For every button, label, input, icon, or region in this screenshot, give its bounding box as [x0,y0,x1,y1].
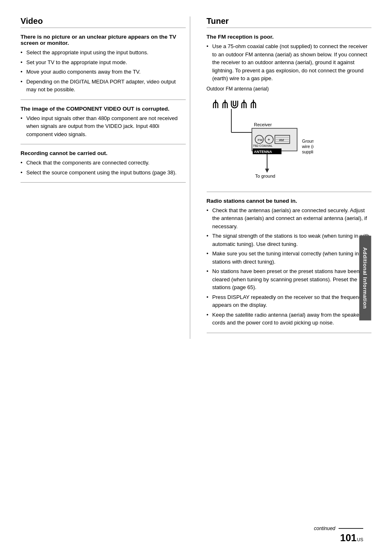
ground-wire-line1: Ground (earth) [302,139,314,144]
recording-heading: Recording cannot be carried out. [21,150,186,156]
ground-wire-line2: wire (not [302,144,314,149]
divider [21,144,186,144]
no-picture-list: Select the appropriate input using the i… [21,49,186,94]
list-item: Press DISPLAY repeatedly on the receiver… [207,293,372,309]
antenna-diagram-svg: ⋔⋔⋓⋔⋔ Receiver FM + [207,93,314,184]
page-number: 101 [340,532,357,544]
continued-line-decoration [339,528,363,529]
list-item: Keep the satellite radio antenna (aerial… [207,311,372,327]
no-picture-heading: There is no picture or an unclear pictur… [21,34,186,46]
video-title: Video [21,16,186,28]
no-picture-section: There is no picture or an unclear pictur… [21,34,186,94]
coaxial-label-text: 75Ω COAXIAL [253,144,273,148]
sidebar-tab-label: Additional Information [362,247,369,309]
to-ground-label: To ground [255,174,275,178]
recording-list: Check that the components are connected … [21,159,186,176]
component-video-heading: The image of the COMPONENT VIDEO OUT is … [21,106,186,112]
list-item: Use a 75-ohm coaxial cable (not supplied… [207,42,372,83]
list-item: Depending on the DIGITAL MEDIA PORT adap… [21,78,186,94]
continued-row: continued [314,526,363,531]
radio-stations-section: Radio stations cannot be tuned in. Check… [207,198,372,327]
receiver-label-text: Receiver [254,122,272,127]
component-video-section: The image of the COMPONENT VIDEO OUT is … [21,106,186,139]
antenna-symbol-text: ⋔⋔⋓⋔⋔ [211,98,258,111]
page: Video There is no picture or an unclear … [0,0,392,556]
page-number-suffix: US [357,537,363,542]
recording-section: Recording cannot be carried out. Check t… [21,150,186,176]
fm-label: FM [258,138,263,142]
divider [207,333,372,333]
list-item: The signal strength of the stations is t… [207,232,372,248]
tuner-title: Tuner [207,16,372,28]
fm-reception-heading: The FM reception is poor. [207,34,372,40]
left-column: Video There is no picture or an unclear … [21,16,190,339]
page-footer: continued 101US [314,526,363,544]
antenna-label-text: ANTENNA [254,150,272,154]
fm-reception-section: The FM reception is poor. Use a 75-ohm c… [207,34,372,185]
list-item: Check that the antennas (aerials) are co… [207,206,372,231]
component-video-list: Video input signals other than 480p comp… [21,114,186,139]
plus-label: + [267,137,270,142]
list-item: Set your TV to the appropriate input mod… [21,58,186,67]
list-item: No stations have been preset or the pres… [207,267,372,292]
sidebar-tab: Additional Information [360,236,371,320]
divider [207,192,372,192]
arrow-down [265,169,269,173]
list-item: Move your audio components away from the… [21,68,186,76]
fm-reception-list: Use a 75-ohm coaxial cable (not supplied… [207,42,372,83]
divider [21,182,186,183]
page-number-row: 101US [340,532,363,544]
right-column: Tuner The FM reception is poor. Use a 75… [203,16,372,339]
am-label: AM [279,138,284,142]
antenna-diagram-label: Outdoor FM antenna (aerial) [207,86,372,92]
list-item: Check that the components are connected … [21,159,186,167]
continued-text: continued [314,526,335,531]
divider [21,100,186,100]
antenna-diagram-wrap: Outdoor FM antenna (aerial) ⋔⋔⋓⋔⋔ Receiv… [207,86,372,185]
list-item: Select the source component using the in… [21,169,186,177]
list-item: Select the appropriate input using the i… [21,49,186,57]
radio-stations-list: Check that the antennas (aerials) are co… [207,206,372,327]
ground-wire-line3: supplied) [302,149,314,154]
list-item: Make sure you set the tuning interval co… [207,250,372,266]
list-item: Video input signals other than 480p comp… [21,114,186,139]
radio-stations-heading: Radio stations cannot be tuned in. [207,198,372,204]
